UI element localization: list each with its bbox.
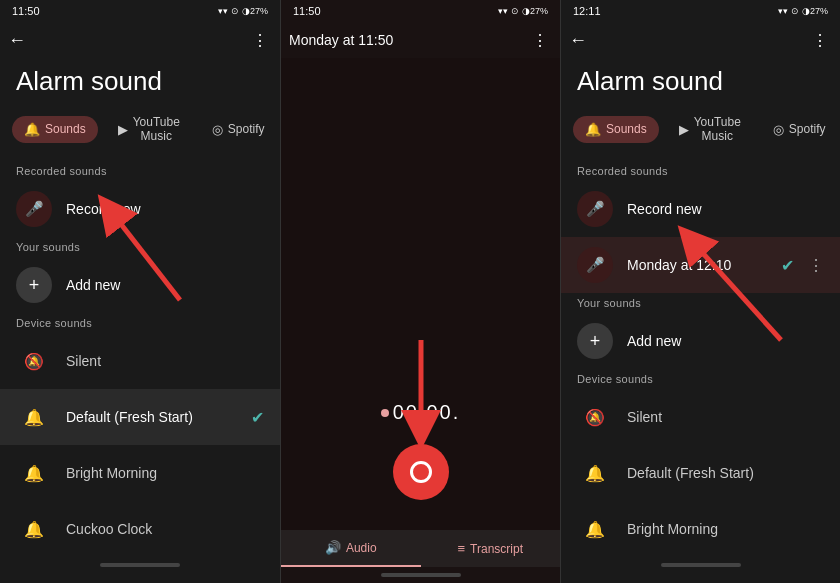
- tab-youtube-3[interactable]: ▶ YouTube Music: [667, 109, 753, 149]
- silent-label-1: Silent: [66, 353, 264, 369]
- mic-icon-wrap-1: 🎤: [16, 191, 52, 227]
- status-icons-1: ▾▾ ⊙ ◑27%: [218, 6, 268, 16]
- more-button-3[interactable]: ⋮: [812, 31, 828, 50]
- bottom-tabs: 🔊 Audio ≡ Transcript: [281, 530, 560, 567]
- tab-sounds-3[interactable]: 🔔 Sounds: [573, 116, 659, 143]
- default-icon-wrap-3: 🔔: [577, 455, 613, 491]
- tab-transcript[interactable]: ≡ Transcript: [421, 531, 561, 566]
- tab-spotify-label-1: Spotify: [228, 122, 265, 136]
- device-bright-3[interactable]: 🔔 Bright Morning: [561, 501, 840, 557]
- tab-transcript-label: Transcript: [470, 542, 523, 556]
- page-title-1: Alarm sound: [0, 58, 280, 109]
- tab-audio[interactable]: 🔊 Audio: [281, 530, 421, 567]
- add-new-item-1[interactable]: + Add new: [0, 257, 280, 313]
- bright-icon-wrap-3: 🔔: [577, 511, 613, 547]
- youtube-icon-1: ▶: [118, 122, 128, 137]
- top-nav-3: ← ⋮: [561, 22, 840, 58]
- tab-spotify-3[interactable]: ◎ Spotify: [761, 116, 838, 143]
- timer-dot: [381, 409, 389, 417]
- device-default-3[interactable]: 🔔 Default (Fresh Start): [561, 445, 840, 501]
- tab-row-1: 🔔 Sounds ▶ YouTube Music ◎ Spotify: [0, 109, 280, 161]
- status-icons-3: ▾▾ ⊙ ◑27%: [778, 6, 828, 16]
- device-default-1[interactable]: 🔔 Default (Fresh Start) ✔: [0, 389, 280, 445]
- record-new-item-3[interactable]: 🎤 Record new: [561, 181, 840, 237]
- tab-youtube-label-1: YouTube Music: [133, 115, 180, 143]
- battery-icon-2: ◑27%: [522, 6, 548, 16]
- section-your-1: Your sounds: [0, 237, 280, 257]
- default-icon-1: 🔔: [24, 408, 44, 427]
- status-icons-2: ▾▾ ⊙ ◑27%: [498, 6, 548, 16]
- signal-icon-3: ▾▾: [778, 6, 788, 16]
- status-bar-3: 12:11 ▾▾ ⊙ ◑27%: [561, 0, 840, 22]
- back-button-3[interactable]: ←: [569, 30, 587, 51]
- device-cuckoo-1[interactable]: 🔔 Cuckoo Clock: [0, 501, 280, 557]
- monday-item-3[interactable]: 🎤 Monday at 12:10 ✔ ⋮: [561, 237, 840, 293]
- timer-row: 00:00.: [381, 401, 461, 424]
- device-silent-1[interactable]: 🔕 Silent: [0, 333, 280, 389]
- add-new-label-1: Add new: [66, 277, 264, 293]
- record-new-label-1: Record new: [66, 201, 264, 217]
- tab-youtube-1[interactable]: ▶ YouTube Music: [106, 109, 192, 149]
- audio-icon: 🔊: [325, 540, 341, 555]
- battery-icon-3: ◑27%: [802, 6, 828, 16]
- more-button-2[interactable]: ⋮: [532, 31, 548, 50]
- panel-3: 12:11 ▾▾ ⊙ ◑27% ← ⋮ Alarm sound 🔔 Sounds…: [560, 0, 840, 583]
- bright-label-3: Bright Morning: [627, 521, 824, 537]
- default-icon-3: 🔔: [585, 464, 605, 483]
- wifi-icon-3: ⊙: [791, 6, 799, 16]
- section-device-1: Device sounds: [0, 313, 280, 333]
- bright-icon-1: 🔔: [24, 464, 44, 483]
- transcript-icon: ≡: [458, 541, 466, 556]
- top-nav-1: ← ⋮: [0, 22, 280, 58]
- wifi-icon: ⊙: [231, 6, 239, 16]
- nav-title-2: Monday at 11:50: [289, 32, 393, 48]
- more-button-1[interactable]: ⋮: [252, 31, 268, 50]
- status-time-2: 11:50: [293, 5, 321, 17]
- wifi-icon-2: ⊙: [511, 6, 519, 16]
- record-new-label-3: Record new: [627, 201, 824, 217]
- status-time-3: 12:11: [573, 5, 601, 17]
- bottom-bar-2: [381, 573, 461, 577]
- tab-spotify-label-3: Spotify: [789, 122, 826, 136]
- section-your-3: Your sounds: [561, 293, 840, 313]
- status-bar-1: 11:50 ▾▾ ⊙ ◑27%: [0, 0, 280, 22]
- signal-icon: ▾▾: [218, 6, 228, 16]
- monday-mic-icon-3: 🎤: [586, 256, 605, 274]
- silent-icon-wrap-3: 🔕: [577, 399, 613, 435]
- silent-icon-1: 🔕: [24, 352, 44, 371]
- add-new-label-3: Add new: [627, 333, 824, 349]
- top-nav-2: Monday at 11:50 ⋮: [281, 22, 560, 58]
- record-new-item-1[interactable]: 🎤 Record new: [0, 181, 280, 237]
- monday-more-3[interactable]: ⋮: [808, 256, 824, 275]
- battery-icon: ◑27%: [242, 6, 268, 16]
- record-button[interactable]: [393, 444, 449, 500]
- cuckoo-icon-wrap-1: 🔔: [16, 511, 52, 547]
- default-label-3: Default (Fresh Start): [627, 465, 824, 481]
- tab-sounds-1[interactable]: 🔔 Sounds: [12, 116, 98, 143]
- plus-icon-1: +: [29, 275, 40, 296]
- bottom-bar-1: [100, 563, 180, 567]
- status-bar-2: 11:50 ▾▾ ⊙ ◑27%: [281, 0, 560, 22]
- device-silent-3[interactable]: 🔕 Silent: [561, 389, 840, 445]
- plus-icon-3: +: [590, 331, 601, 352]
- default-label-1: Default (Fresh Start): [66, 409, 237, 425]
- silent-label-3: Silent: [627, 409, 824, 425]
- bell-icon-3: 🔔: [585, 122, 601, 137]
- mic-icon-1: 🎤: [25, 200, 44, 218]
- bright-label-1: Bright Morning: [66, 465, 264, 481]
- panel-1: 11:50 ▾▾ ⊙ ◑27% ← ⋮ Alarm sound 🔔 Sounds…: [0, 0, 280, 583]
- device-bright-1[interactable]: 🔔 Bright Morning: [0, 445, 280, 501]
- tab-row-3: 🔔 Sounds ▶ YouTube Music ◎ Spotify: [561, 109, 840, 161]
- plus-icon-wrap-1: +: [16, 267, 52, 303]
- tab-spotify-1[interactable]: ◎ Spotify: [200, 116, 277, 143]
- record-inner-dot: [410, 461, 432, 483]
- spotify-icon-3: ◎: [773, 122, 784, 137]
- section-recorded-1: Recorded sounds: [0, 161, 280, 181]
- section-device-3: Device sounds: [561, 369, 840, 389]
- signal-icon-2: ▾▾: [498, 6, 508, 16]
- bell-icon-1: 🔔: [24, 122, 40, 137]
- status-time-1: 11:50: [12, 5, 40, 17]
- back-button-1[interactable]: ←: [8, 30, 26, 51]
- cuckoo-icon-1: 🔔: [24, 520, 44, 539]
- add-new-item-3[interactable]: + Add new: [561, 313, 840, 369]
